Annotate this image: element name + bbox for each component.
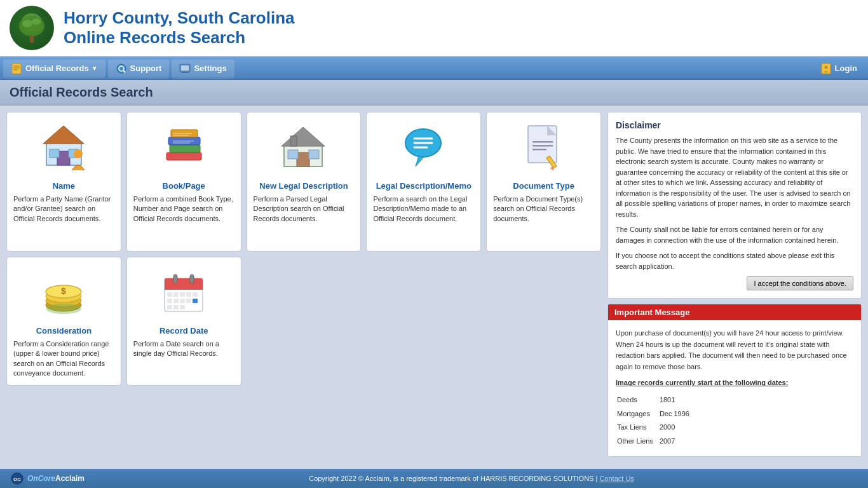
svg-rect-63 — [180, 292, 185, 297]
svg-rect-59 — [173, 274, 177, 283]
dates-type: Tax Liens — [617, 421, 658, 434]
svg-rect-21 — [50, 149, 59, 158]
svg-rect-13 — [181, 65, 189, 71]
book-page-card-desc: Perform a combined Book Type, Number and… — [133, 194, 234, 224]
support-nav[interactable]: Support — [108, 60, 170, 78]
new-legal-desc-card-title: New Legal Description — [259, 181, 348, 191]
legal-desc-memo-card-title: Legal Description/Memo — [376, 181, 471, 191]
svg-rect-35 — [288, 150, 298, 159]
svg-rect-47 — [532, 149, 546, 151]
important-message-content: Upon purchase of document(s) you will ha… — [608, 320, 861, 456]
search-grid: Name Perform a Party Name (Grantor and/o… — [6, 112, 601, 464]
official-records-nav[interactable]: Official Records ▼ — [3, 60, 105, 78]
footer-oncore-text: OnCore — [27, 474, 55, 483]
name-card-desc: Perform a Party Name (Grantor and/or Gra… — [13, 194, 114, 224]
dates-value: 1801 — [660, 394, 695, 407]
footer-copyright: Copyright 2022 © Acclaim, is a registere… — [85, 475, 858, 482]
legal-desc-memo-search-card[interactable]: Legal Description/Memo Perform a search … — [366, 112, 481, 252]
svg-point-23 — [74, 149, 83, 158]
book-page-search-card[interactable]: Book/Page Perform a combined Book Type, … — [126, 112, 241, 252]
disclaimer-para2: The County shall not be liable for error… — [616, 224, 853, 245]
name-card-title: Name — [53, 181, 75, 191]
svg-rect-6 — [13, 65, 20, 67]
svg-rect-60 — [190, 274, 194, 283]
svg-marker-39 — [416, 156, 423, 166]
record-date-card-title: Record Date — [159, 326, 208, 336]
disclaimer-para3: If you choose not to accept the conditio… — [616, 250, 853, 271]
consideration-card-title: Consideration — [36, 326, 92, 336]
svg-rect-62 — [173, 292, 179, 297]
settings-label: Settings — [194, 64, 226, 73]
dates-title: Image records currently start at the fol… — [616, 377, 853, 389]
footer-acclaim-text: Acclaim — [55, 474, 85, 483]
book-card-image — [155, 119, 212, 176]
dates-row: MortgagesDec 1996 — [617, 408, 695, 421]
dates-type: Mortgages — [617, 408, 658, 421]
svg-marker-19 — [43, 126, 84, 144]
footer-copyright-text: Copyright 2022 © Acclaim, is a registere… — [309, 475, 597, 482]
accept-conditions-button[interactable]: I accept the conditions above. — [747, 276, 853, 290]
svg-rect-65 — [193, 292, 198, 297]
consideration-card-desc: Perform a Consideration range (upper & l… — [13, 339, 114, 379]
book-page-card-title: Book/Page — [163, 181, 205, 191]
login-label: Login — [835, 64, 857, 73]
support-label: Support — [130, 64, 162, 73]
svg-rect-2 — [30, 35, 34, 43]
title-line2: Online Records Search — [64, 28, 295, 48]
svg-rect-34 — [297, 152, 309, 166]
svg-rect-67 — [173, 299, 179, 303]
footer-logo: OC OnCoreAcclaim — [10, 472, 85, 485]
svg-point-4 — [32, 18, 41, 25]
svg-rect-68 — [180, 299, 185, 303]
new-legal-card-image — [275, 119, 332, 176]
svg-marker-33 — [281, 127, 325, 146]
app-footer: OC OnCoreAcclaim Copyright 2022 © Acclai… — [0, 469, 868, 488]
svg-point-1 — [19, 16, 44, 36]
record-date-card-desc: Perform a Date search on a single day Of… — [133, 339, 234, 359]
footer-contact-link[interactable]: Contact Us — [599, 475, 634, 482]
settings-nav[interactable]: Settings — [172, 60, 234, 78]
important-message-box: Important Message Upon purchase of docum… — [607, 304, 862, 457]
important-para1: Upon purchase of document(s) you will ha… — [616, 328, 853, 372]
login-nav[interactable]: Login — [813, 60, 865, 78]
svg-rect-8 — [13, 69, 18, 71]
disclaimer-para1: The County presents the information on t… — [616, 135, 853, 219]
svg-rect-73 — [180, 305, 185, 309]
record-date-search-card[interactable]: Record Date Perform a Date search on a s… — [126, 257, 241, 386]
dates-row: Other Liens2007 — [617, 435, 695, 448]
name-card-image — [35, 119, 92, 176]
svg-rect-66 — [167, 299, 172, 303]
svg-rect-7 — [13, 67, 20, 69]
document-type-search-card[interactable]: Document Type Perform a Document Type(s)… — [486, 112, 601, 252]
svg-rect-15 — [181, 72, 189, 73]
new-legal-desc-search-card[interactable]: New Legal Description Perform a Parsed L… — [247, 112, 362, 252]
consideration-card-image: $ — [35, 264, 92, 321]
new-legal-desc-card-desc: Perform a Parsed Legal Description searc… — [254, 194, 355, 224]
svg-rect-36 — [309, 150, 319, 159]
svg-point-3 — [22, 20, 32, 27]
svg-text:OC: OC — [13, 477, 21, 482]
page-title-bar: Official Records Search — [0, 80, 868, 105]
disclaimer-box: Disclaimer The County presents the infor… — [607, 112, 862, 299]
navigation-bar: Official Records ▼ Support Settings Logi… — [0, 57, 868, 80]
dates-row: Deeds1801 — [617, 394, 695, 407]
page-title: Official Records Search — [10, 85, 153, 99]
svg-rect-70 — [193, 299, 198, 303]
dates-value: 2000 — [660, 421, 695, 434]
dates-table: Deeds1801MortgagesDec 1996Tax Liens2000O… — [616, 393, 696, 449]
dates-value: Dec 1996 — [660, 408, 695, 421]
svg-rect-25 — [170, 145, 200, 152]
dropdown-arrow: ▼ — [92, 65, 98, 72]
dates-type: Deeds — [617, 394, 658, 407]
name-search-card[interactable]: Name Perform a Party Name (Grantor and/o… — [6, 112, 121, 252]
document-type-card-title: Document Type — [513, 181, 574, 191]
svg-rect-58 — [165, 285, 203, 290]
svg-rect-69 — [186, 299, 191, 303]
legal-memo-card-image — [395, 119, 452, 176]
important-message-header: Important Message — [608, 304, 861, 320]
document-type-card-image — [515, 119, 573, 176]
svg-rect-45 — [532, 141, 553, 143]
app-header: Horry County, South Carolina Online Reco… — [0, 0, 868, 57]
svg-point-55 — [46, 304, 81, 314]
consideration-search-card[interactable]: $ Consideration Perform a Consideration … — [6, 257, 121, 386]
